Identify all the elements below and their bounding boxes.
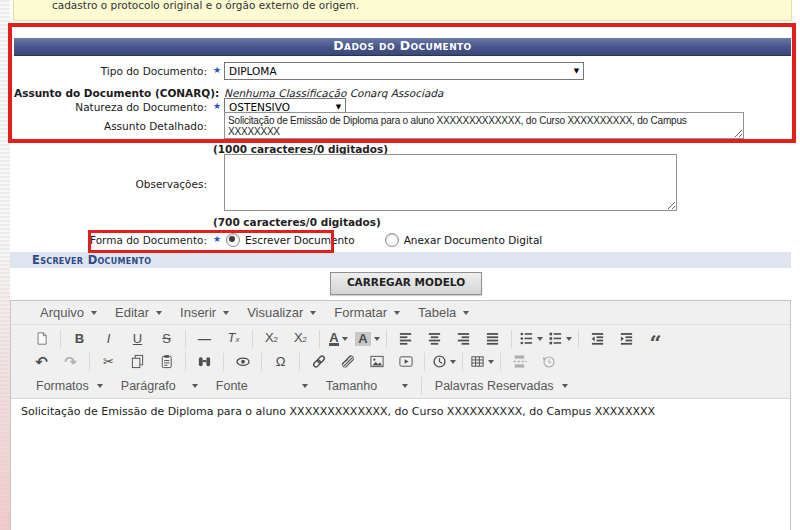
toolbar-separator: [424, 353, 425, 371]
assunto-detalhado-textarea[interactable]: Solicitação de Emissão de Diploma para o…: [224, 112, 744, 139]
carregar-modelo-button[interactable]: CARREGAR MODELO: [330, 272, 482, 295]
toolbar-separator: [223, 353, 224, 371]
horizontal-rule-button[interactable]: —: [190, 328, 219, 350]
bullet-list-button[interactable]: [516, 328, 545, 350]
clear-formatting-button[interactable]: Tx: [219, 328, 248, 350]
toolbar-separator: [386, 330, 387, 348]
special-character-button[interactable]: Ω: [266, 351, 295, 373]
insert-media-icon: [398, 354, 414, 369]
chevron-down-icon: [156, 311, 162, 315]
insert-datetime-button[interactable]: [429, 351, 458, 373]
chevron-down-icon: [537, 337, 543, 341]
reserved-words-dropdown[interactable]: Palavras Reservadas: [426, 376, 577, 396]
copy-button[interactable]: [123, 351, 152, 373]
menu-tabela[interactable]: Tabela: [409, 303, 478, 322]
redo-button[interactable]: ↷: [56, 351, 85, 373]
size-dropdown[interactable]: Tamanho: [317, 376, 417, 396]
align-justify-button[interactable]: [478, 328, 507, 350]
superscript-button[interactable]: X2: [286, 328, 315, 350]
insert-image-button[interactable]: [362, 351, 391, 373]
subscript-button[interactable]: X2: [257, 328, 286, 350]
escrever-documento-header: Escrever Documento: [10, 252, 791, 268]
blockquote-button[interactable]: “: [641, 328, 670, 350]
toolbar-separator: [185, 353, 186, 371]
toolbar-separator: [319, 330, 320, 348]
new-document-button[interactable]: [27, 328, 56, 350]
menu-editar-label: Editar: [115, 305, 149, 320]
new-document-icon: [35, 331, 49, 346]
chevron-down-icon: [192, 384, 198, 388]
page-break-button[interactable]: [505, 351, 534, 373]
undo-button[interactable]: ↶: [27, 351, 56, 373]
tipo-documento-value: DIPLOMA: [229, 65, 277, 77]
menu-inserir[interactable]: Inserir: [171, 303, 238, 322]
required-star-icon: ★: [210, 62, 224, 75]
underline-icon: U: [133, 332, 142, 346]
insert-table-icon: [470, 354, 485, 369]
numbered-list-button[interactable]: [545, 328, 574, 350]
insert-table-button[interactable]: [467, 351, 496, 373]
align-left-button[interactable]: [391, 328, 420, 350]
chevron-down-icon: [302, 384, 308, 388]
insert-media-button[interactable]: [391, 351, 420, 373]
strikethrough-button[interactable]: S: [152, 328, 181, 350]
cut-button[interactable]: ✂: [94, 351, 123, 373]
toolbar-row-2: ↶↷✂Ω: [27, 350, 790, 373]
text-color-button[interactable]: A: [324, 328, 353, 350]
font-dropdown-label: Fonte: [216, 379, 248, 393]
menu-formatar[interactable]: Formatar: [325, 303, 409, 322]
font-dropdown[interactable]: Fonte: [207, 376, 317, 396]
outdent-button[interactable]: [583, 328, 612, 350]
background-color-button[interactable]: A: [353, 328, 382, 350]
insert-datetime-icon: [432, 354, 447, 369]
insert-link-button[interactable]: [304, 351, 333, 373]
rich-text-editor: ArquivoEditarInserirVisualizarFormatarTa…: [10, 300, 791, 530]
clear-formatting-icon: Tx: [228, 331, 240, 347]
italic-icon: I: [107, 332, 111, 346]
align-right-button[interactable]: [449, 328, 478, 350]
insert-image-icon: [369, 354, 385, 369]
anexar-documento-digital-radio-label: Anexar Documento Digital: [404, 232, 543, 246]
preview-icon: [235, 354, 251, 369]
editor-content[interactable]: Solicitação de Emissão de Diploma para o…: [11, 398, 790, 530]
paste-button[interactable]: [152, 351, 181, 373]
natureza-label: Natureza do Documento:: [14, 98, 210, 113]
insert-link-icon: [311, 354, 327, 369]
italic-button[interactable]: I: [94, 328, 123, 350]
align-center-button[interactable]: [420, 328, 449, 350]
tipo-documento-select[interactable]: DIPLOMA ▼: [224, 62, 584, 80]
indent-button[interactable]: [612, 328, 641, 350]
menu-arquivo[interactable]: Arquivo: [31, 303, 106, 322]
bold-button[interactable]: B: [65, 328, 94, 350]
chevron-down-icon: [310, 311, 316, 315]
restore-draft-button[interactable]: [534, 351, 563, 373]
indent-icon: [619, 331, 634, 346]
formats-dropdown[interactable]: Formatos: [27, 376, 112, 396]
observacoes-counter-row: (700 caracteres/0 digitados): [14, 216, 794, 228]
observacoes-textarea[interactable]: [224, 154, 677, 211]
observacoes-row: Observações: ★: [14, 154, 794, 211]
dados-documento-header: Dados do Documento: [14, 38, 791, 56]
tipo-documento-row: Tipo do Documento: ★ DIPLOMA ▼: [14, 62, 794, 80]
escrever-documento-radio[interactable]: [226, 233, 240, 247]
numbered-list-icon: [548, 331, 563, 346]
menu-visualizar[interactable]: Visualizar: [238, 303, 325, 322]
menu-editar[interactable]: Editar: [106, 303, 171, 322]
remove-link-button[interactable]: [333, 351, 362, 373]
observacoes-char-counter: (700 caracteres/0 digitados): [213, 216, 381, 228]
preview-button[interactable]: [228, 351, 257, 373]
editor-toolbars: BIUS—TxX2X2AA“ ↶↷✂Ω FormatosParágrafoFon…: [11, 325, 790, 398]
menu-tabela-label: Tabela: [418, 305, 456, 320]
blockquote-icon: “: [649, 338, 661, 348]
bold-icon: B: [75, 332, 84, 346]
menu-visualizar-label: Visualizar: [247, 305, 303, 320]
underline-button[interactable]: U: [123, 328, 152, 350]
paragraph-dropdown[interactable]: Parágrafo: [112, 376, 207, 396]
find-replace-button[interactable]: [190, 351, 219, 373]
horizontal-rule-icon: —: [198, 332, 211, 346]
escrever-documento-radio-label: Escrever Documento: [245, 232, 355, 246]
paste-icon: [159, 354, 174, 369]
anexar-documento-digital-radio[interactable]: [385, 233, 399, 247]
align-justify-icon: [485, 331, 500, 346]
undo-icon: ↶: [35, 355, 48, 369]
